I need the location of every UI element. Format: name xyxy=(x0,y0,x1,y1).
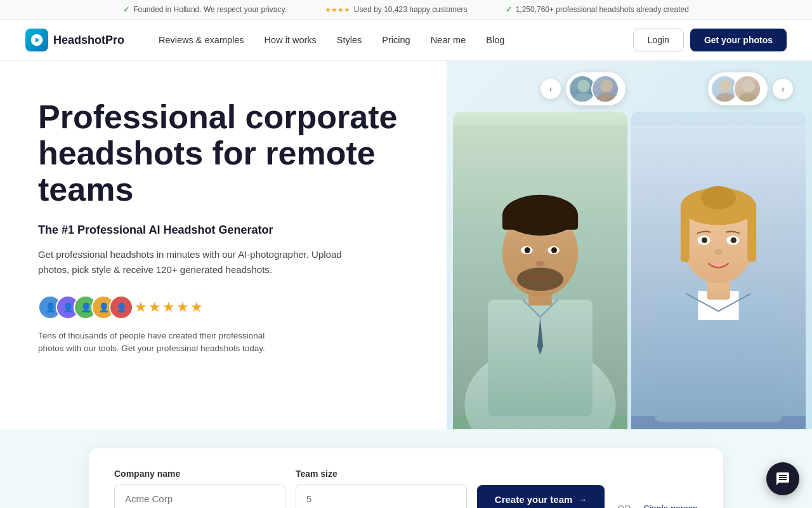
hero-stars: ★★★★★ xyxy=(134,299,204,316)
nav-links: Reviews & examples How it works Styles P… xyxy=(150,30,633,50)
svg-point-5 xyxy=(716,93,736,103)
logo[interactable]: HeadshotPro xyxy=(25,29,124,51)
company-name-input[interactable] xyxy=(114,484,285,508)
nav-link-near[interactable]: Near me xyxy=(422,30,475,50)
svg-point-7 xyxy=(739,93,759,103)
login-button[interactable]: Login xyxy=(633,29,684,51)
navbar: HeadshotPro Reviews & examples How it wo… xyxy=(0,20,812,61)
topbar-item-2: ★★★★ Used by 10,423 happy customers xyxy=(325,5,468,14)
logo-svg xyxy=(30,33,44,47)
chat-widget[interactable] xyxy=(766,462,799,495)
svg-rect-14 xyxy=(502,212,578,230)
svg-point-15 xyxy=(517,267,563,291)
nav-link-pricing[interactable]: Pricing xyxy=(373,30,419,50)
svg-point-35 xyxy=(714,249,723,255)
thumb-4 xyxy=(733,75,761,103)
hero-left: Professional corporate headshots for rem… xyxy=(0,61,447,429)
get-photos-button[interactable]: Get your photos xyxy=(690,29,787,51)
create-team-button[interactable]: Create your team → xyxy=(477,485,605,508)
check-icon-2: ✓ xyxy=(506,5,512,14)
svg-point-6 xyxy=(742,80,755,93)
svg-point-4 xyxy=(719,80,732,93)
nav-link-blog[interactable]: Blog xyxy=(477,30,513,50)
hero-right: ‹ › xyxy=(447,61,812,429)
svg-point-19 xyxy=(551,247,557,253)
form-section: Company name Team size Create your team … xyxy=(0,429,812,508)
chat-icon xyxy=(775,471,790,486)
svg-rect-28 xyxy=(681,215,690,262)
nav-link-how[interactable]: How it works xyxy=(256,30,325,50)
svg-point-20 xyxy=(535,260,545,266)
svg-point-30 xyxy=(701,186,736,210)
social-text: Tens of thousands of people have created… xyxy=(38,330,279,356)
company-name-group: Company name xyxy=(114,469,285,508)
hero-subtitle: The #1 Professional AI Headshot Generato… xyxy=(38,224,421,237)
prev-arrow[interactable]: ‹ xyxy=(540,79,561,99)
hero-description: Get professional headshots in minutes wi… xyxy=(38,247,343,277)
logo-icon xyxy=(25,29,48,51)
team-size-label: Team size xyxy=(296,469,467,479)
man-svg xyxy=(453,112,627,429)
svg-point-1 xyxy=(574,93,594,103)
topbar-text-1: Founded in Holland. We respect your priv… xyxy=(133,5,287,14)
svg-point-2 xyxy=(600,80,613,93)
rating-stars: ★★★★ xyxy=(325,6,350,14)
form-card: Company name Team size Create your team … xyxy=(89,448,723,508)
avatar-group: 👤 👤 👤 👤 👤 xyxy=(38,295,127,319)
single-person-link[interactable]: Single person xyxy=(643,504,698,508)
headshot-woman xyxy=(631,112,806,429)
avatar-5: 👤 xyxy=(109,295,133,319)
svg-point-0 xyxy=(577,80,590,93)
top-bar: ✓ Founded in Holland. We respect your pr… xyxy=(0,0,812,20)
nav-actions: Login Get your photos xyxy=(633,29,787,51)
woman-svg xyxy=(631,112,806,429)
nav-link-styles[interactable]: Styles xyxy=(328,30,371,50)
svg-point-18 xyxy=(525,247,530,253)
team-size-input[interactable] xyxy=(296,484,467,508)
social-proof: 👤 👤 👤 👤 👤 ★★★★★ xyxy=(38,295,421,319)
company-name-label: Company name xyxy=(114,469,285,479)
svg-point-33 xyxy=(702,237,707,243)
svg-rect-29 xyxy=(747,215,756,262)
next-arrow[interactable]: › xyxy=(773,79,793,99)
hero-title: Professional corporate headshots for rem… xyxy=(38,99,419,208)
or-separator: OR xyxy=(615,504,633,508)
thumbnail-group-2 xyxy=(708,72,768,105)
check-icon-1: ✓ xyxy=(123,5,129,14)
topbar-item-3: ✓ 1,250,760+ professional headshots alre… xyxy=(506,5,689,14)
thumbnail-group-1 xyxy=(566,72,625,105)
svg-point-34 xyxy=(731,237,737,243)
arrow-icon: → xyxy=(577,494,587,505)
topbar-item-1: ✓ Founded in Holland. We respect your pr… xyxy=(123,5,287,14)
headshot-man xyxy=(453,112,627,429)
team-size-group: Team size xyxy=(296,469,467,508)
thumb-2 xyxy=(591,75,619,103)
logo-text: HeadshotPro xyxy=(53,34,124,47)
topbar-text-3: 1,250,760+ professional headshots alread… xyxy=(516,5,689,14)
create-team-label: Create your team xyxy=(495,494,573,505)
topbar-text-2: Used by 10,423 happy customers xyxy=(354,5,468,14)
form-row: Company name Team size Create your team … xyxy=(114,469,698,508)
svg-point-3 xyxy=(597,93,617,103)
hero-headshots xyxy=(447,112,812,429)
nav-link-reviews[interactable]: Reviews & examples xyxy=(150,30,253,50)
hero-section: Professional corporate headshots for rem… xyxy=(0,61,812,429)
